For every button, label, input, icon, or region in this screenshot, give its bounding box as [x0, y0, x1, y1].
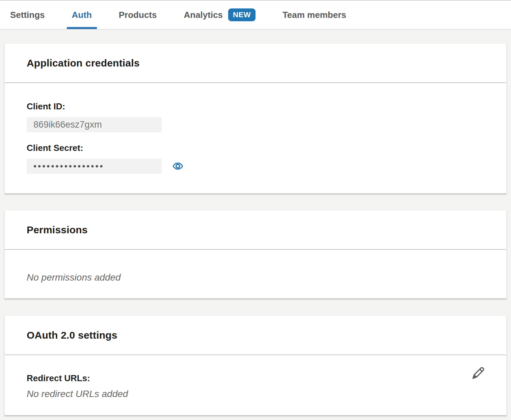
- app-tab-bar: Settings Auth Products Analytics NEW Tea…: [0, 0, 511, 30]
- oauth-settings-title: OAuth 2.0 settings: [27, 330, 117, 341]
- oauth-settings-card: OAuth 2.0 settings Redirect URLs: No red…: [4, 315, 507, 415]
- application-credentials-card: Application credentials Client ID: Clien…: [4, 43, 507, 193]
- pencil-edit-icon: [470, 366, 486, 381]
- reveal-secret-button[interactable]: [171, 159, 185, 173]
- permissions-body: No permissions added: [5, 250, 506, 283]
- tab-auth[interactable]: Auth: [72, 1, 92, 29]
- tab-settings-label: Settings: [10, 10, 45, 20]
- client-secret-label: Client Secret:: [27, 143, 484, 153]
- eye-icon: [172, 160, 184, 172]
- application-credentials-header: Application credentials: [5, 44, 506, 83]
- tab-products-label: Products: [119, 10, 157, 20]
- tab-settings[interactable]: Settings: [10, 1, 45, 29]
- new-badge: NEW: [228, 8, 255, 21]
- permissions-card: Permissions No permissions added: [4, 210, 507, 298]
- edit-redirect-urls-button[interactable]: [470, 365, 486, 382]
- client-secret-row: [27, 153, 484, 174]
- client-secret-field[interactable]: [27, 159, 162, 174]
- permissions-header: Permissions: [5, 210, 506, 250]
- tab-team-members-label: Team members: [283, 10, 346, 20]
- permissions-empty-text: No permissions added: [27, 272, 121, 283]
- tab-team-members[interactable]: Team members: [283, 1, 346, 29]
- tab-analytics[interactable]: Analytics NEW: [184, 1, 255, 29]
- tab-analytics-label: Analytics: [184, 10, 223, 20]
- redirect-urls-label: Redirect URLs:: [27, 373, 484, 384]
- tab-auth-label: Auth: [72, 10, 92, 20]
- application-credentials-body: Client ID: Client Secret:: [5, 83, 506, 174]
- tab-products[interactable]: Products: [119, 1, 157, 29]
- oauth-settings-header: OAuth 2.0 settings: [5, 316, 506, 355]
- application-credentials-title: Application credentials: [27, 57, 140, 69]
- client-id-label: Client ID:: [27, 101, 484, 112]
- client-id-field[interactable]: [27, 117, 162, 132]
- oauth-settings-body: Redirect URLs: No redirect URLs added: [5, 355, 506, 399]
- redirect-urls-empty-text: No redirect URLs added: [27, 389, 484, 399]
- permissions-title: Permissions: [27, 224, 88, 236]
